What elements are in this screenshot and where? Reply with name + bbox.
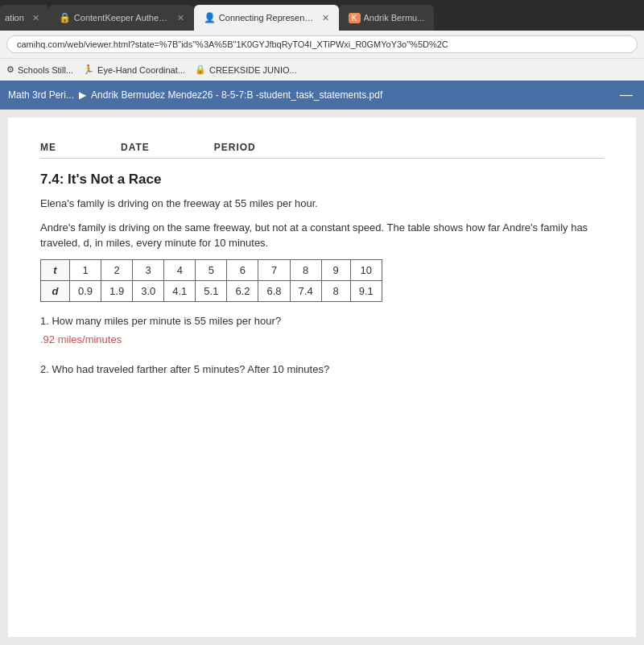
tab-andrik-icon: K: [349, 13, 361, 23]
answer1: .92 miles/minutes: [40, 333, 604, 345]
table-cell-d5: 5.1: [196, 280, 227, 301]
intro-text1: Elena's family is driving on the freeway…: [40, 196, 604, 212]
bookmark-eyehand-label: Eye-Hand Coordinat...: [97, 65, 185, 75]
breadcrumb-root[interactable]: Math 3rd Peri...: [8, 89, 74, 101]
data-table: t 1 2 3 4 5 6 7 8 9 10 d 0.9 1.9 3.0: [40, 259, 382, 302]
table-cell-t2: 2: [101, 259, 133, 280]
table-cell-d8: 7.4: [290, 280, 321, 301]
table-cell-t3: 3: [133, 259, 164, 280]
tab-connecting-label: Connecting Representations Fun: [219, 13, 316, 23]
breadcrumb: Math 3rd Peri... ▶ Andrik Bermudez Mende…: [8, 89, 610, 101]
tab-connecting-close[interactable]: ✕: [322, 13, 329, 23]
bookmark-creekside-icon: 🔒: [195, 64, 206, 75]
table-cell-t5: 5: [196, 259, 227, 280]
minimize-button[interactable]: —: [617, 88, 636, 102]
tab-partial[interactable]: ation ✕: [0, 5, 49, 31]
table-cell-t6: 6: [227, 259, 258, 280]
tab-connecting-icon: 👤: [204, 12, 216, 23]
tab-contentkeeper[interactable]: 🔒 ContentKeeper Authentication ✕: [49, 5, 194, 31]
bookmark-schools[interactable]: ⚙ Schools Still...: [6, 64, 73, 75]
tab-partial-close[interactable]: ✕: [32, 13, 39, 23]
period-label: PERIOD: [214, 142, 256, 153]
bookmark-creekside[interactable]: 🔒 CREEKSIDE JUNIO...: [195, 64, 297, 75]
document-page: ME DATE PERIOD 7.4: It's Not a Race Elen…: [8, 118, 636, 637]
table-cell-d2: 1.9: [101, 280, 133, 301]
date-label: DATE: [121, 142, 150, 153]
question1: 1. How many miles per minute is 55 miles…: [40, 313, 604, 329]
tab-contentkeeper-close[interactable]: ✕: [177, 13, 184, 23]
bookmark-creekside-label: CREEKSIDE JUNIO...: [209, 65, 297, 75]
table-cell-t1: 1: [70, 259, 101, 280]
table-cell-d10: 9.1: [350, 280, 382, 301]
table-header-t: t: [41, 259, 70, 280]
intro-text2: Andre's family is driving on the same fr…: [40, 220, 604, 251]
tab-bar: ation ✕ 🔒 ContentKeeper Authentication ✕…: [0, 0, 644, 31]
bookmark-schools-label: Schools Still...: [18, 65, 73, 75]
table-cell-t4: 4: [164, 259, 196, 280]
bookmark-eyehand[interactable]: 🏃 Eye-Hand Coordinat...: [83, 64, 185, 75]
table-cell-d3: 3.0: [133, 280, 164, 301]
tab-andrik-label: Andrik Bermu...: [364, 13, 425, 23]
name-label: ME: [40, 142, 56, 153]
bookmarks-bar: ⚙ Schools Still... 🏃 Eye-Hand Coordinat.…: [0, 58, 644, 81]
table-cell-d4: 4.1: [164, 280, 196, 301]
name-date-row: ME DATE PERIOD: [40, 142, 604, 159]
table-row-d: d 0.9 1.9 3.0 4.1 5.1 6.2 6.8 7.4 8 9.1: [41, 280, 382, 301]
document-area: ME DATE PERIOD 7.4: It's Not a Race Elen…: [0, 110, 644, 645]
bookmark-eyehand-icon: 🏃: [83, 64, 94, 75]
table-cell-t8: 8: [290, 259, 321, 280]
tab-contentkeeper-icon: 🔒: [59, 12, 71, 23]
tab-connecting[interactable]: 👤 Connecting Representations Fun ✕: [194, 5, 339, 31]
table-cell-t9: 9: [321, 259, 350, 280]
tab-andrik[interactable]: K Andrik Bermu...: [339, 5, 434, 31]
question2: 2. Who had traveled farther after 5 minu…: [40, 362, 604, 378]
pdf-toolbar: Math 3rd Peri... ▶ Andrik Bermudez Mende…: [0, 81, 644, 110]
table-cell-d1: 0.9: [70, 280, 101, 301]
problem-title: 7.4: It's Not a Race: [40, 172, 604, 188]
table-cell-d6: 6.2: [227, 280, 258, 301]
tab-partial-label: ation: [5, 13, 24, 23]
table-row-t: t 1 2 3 4 5 6 7 8 9 10: [41, 259, 382, 280]
table-cell-t7: 7: [258, 259, 290, 280]
address-bar: camihq.com/web/viewer.html?state=%7B"ids…: [0, 31, 644, 58]
url-input[interactable]: camihq.com/web/viewer.html?state=%7B"ids…: [6, 35, 638, 53]
table-cell-d9: 8: [321, 280, 350, 301]
table-cell-t10: 10: [350, 259, 382, 280]
tab-contentkeeper-label: ContentKeeper Authentication: [74, 13, 171, 23]
table-cell-d7: 6.8: [258, 280, 290, 301]
bookmark-schools-icon: ⚙: [6, 64, 14, 75]
document-title: Andrik Bermudez Mendez26 - 8-5-7:B -stud…: [91, 89, 382, 101]
table-header-d: d: [41, 280, 70, 301]
breadcrumb-separator: ▶: [79, 89, 86, 101]
